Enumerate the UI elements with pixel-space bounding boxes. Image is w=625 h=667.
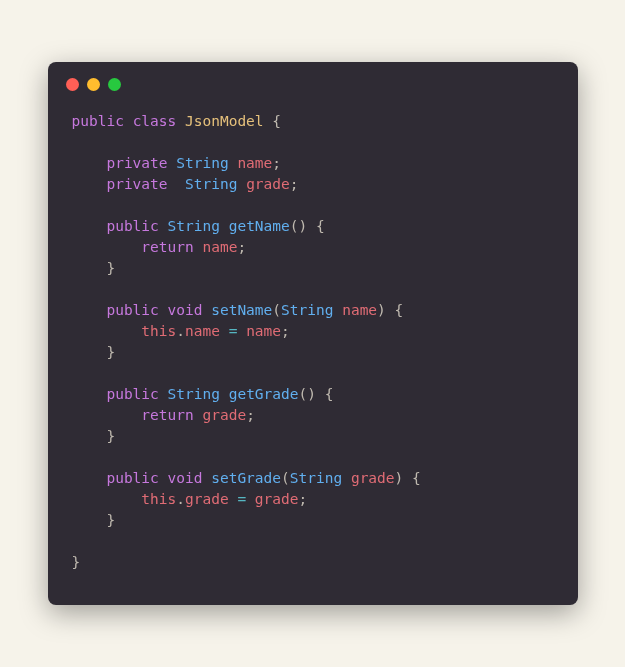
method-getGrade: getGrade bbox=[229, 386, 299, 402]
op-eq: = bbox=[220, 323, 246, 339]
param-grade: grade bbox=[351, 470, 395, 486]
method-setName: setName bbox=[211, 302, 272, 318]
keyword-public: public bbox=[106, 302, 158, 318]
keyword-public: public bbox=[106, 386, 158, 402]
semi: ; bbox=[272, 155, 281, 171]
semi: ; bbox=[299, 491, 308, 507]
rparen: ) { bbox=[395, 470, 421, 486]
keyword-public: public bbox=[106, 470, 158, 486]
method-setGrade: setGrade bbox=[211, 470, 281, 486]
keyword-return: return bbox=[141, 407, 193, 423]
brace: } bbox=[106, 344, 115, 360]
brace: { bbox=[264, 113, 281, 129]
close-icon[interactable] bbox=[66, 78, 79, 91]
keyword-void: void bbox=[168, 302, 203, 318]
window-titlebar bbox=[48, 62, 578, 99]
type-string: String bbox=[176, 155, 228, 171]
brace: } bbox=[106, 428, 115, 444]
brace: } bbox=[106, 512, 115, 528]
keyword-public: public bbox=[106, 218, 158, 234]
brace: } bbox=[106, 260, 115, 276]
keyword-class: class bbox=[133, 113, 177, 129]
type-string: String bbox=[290, 470, 342, 486]
field-name: name bbox=[185, 323, 220, 339]
type-string: String bbox=[168, 386, 220, 402]
type-string: String bbox=[168, 218, 220, 234]
semi: ; bbox=[281, 323, 290, 339]
class-name: JsonModel bbox=[185, 113, 264, 129]
maximize-icon[interactable] bbox=[108, 78, 121, 91]
brace: } bbox=[72, 554, 81, 570]
code-window: public class JsonModel { private String … bbox=[48, 62, 578, 605]
minimize-icon[interactable] bbox=[87, 78, 100, 91]
keyword-public: public bbox=[72, 113, 124, 129]
field-grade: grade bbox=[246, 176, 290, 192]
type-string: String bbox=[281, 302, 333, 318]
var-name: name bbox=[246, 323, 281, 339]
keyword-private: private bbox=[106, 155, 167, 171]
field-grade: grade bbox=[185, 491, 229, 507]
paren: () { bbox=[290, 218, 325, 234]
var-grade: grade bbox=[202, 407, 246, 423]
param-name: name bbox=[342, 302, 377, 318]
keyword-this: this bbox=[141, 491, 176, 507]
method-getName: getName bbox=[229, 218, 290, 234]
op-eq: = bbox=[229, 491, 255, 507]
dot: . bbox=[176, 491, 185, 507]
semi: ; bbox=[237, 239, 246, 255]
type-string: String bbox=[185, 176, 237, 192]
keyword-private: private bbox=[106, 176, 167, 192]
keyword-void: void bbox=[168, 470, 203, 486]
dot: . bbox=[176, 323, 185, 339]
rparen: ) { bbox=[377, 302, 403, 318]
var-name: name bbox=[202, 239, 237, 255]
keyword-this: this bbox=[141, 323, 176, 339]
lparen: ( bbox=[272, 302, 281, 318]
field-name: name bbox=[237, 155, 272, 171]
paren: () { bbox=[299, 386, 334, 402]
semi: ; bbox=[246, 407, 255, 423]
code-block: public class JsonModel { private String … bbox=[48, 99, 578, 581]
lparen: ( bbox=[281, 470, 290, 486]
var-grade: grade bbox=[255, 491, 299, 507]
keyword-return: return bbox=[141, 239, 193, 255]
semi: ; bbox=[290, 176, 299, 192]
